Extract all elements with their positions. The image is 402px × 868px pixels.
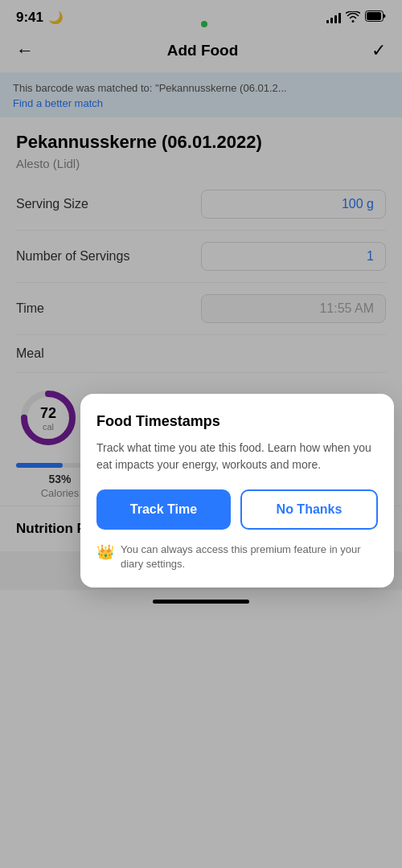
crown-icon: 👑 [96,542,114,563]
modal-description: Track what time you ate this food. Learn… [96,440,378,473]
modal-premium-note: 👑 You can always access this premium fea… [96,542,378,571]
modal-title: Food Timestamps [96,413,378,430]
no-thanks-button[interactable]: No Thanks [240,489,378,530]
premium-text: You can always access this premium featu… [121,542,378,571]
food-timestamps-modal: Food Timestamps Track what time you ate … [80,394,394,588]
modal-overlay: Food Timestamps Track what time you ate … [0,0,402,868]
modal-buttons: Track Time No Thanks [96,489,378,530]
track-time-button[interactable]: Track Time [96,489,231,530]
